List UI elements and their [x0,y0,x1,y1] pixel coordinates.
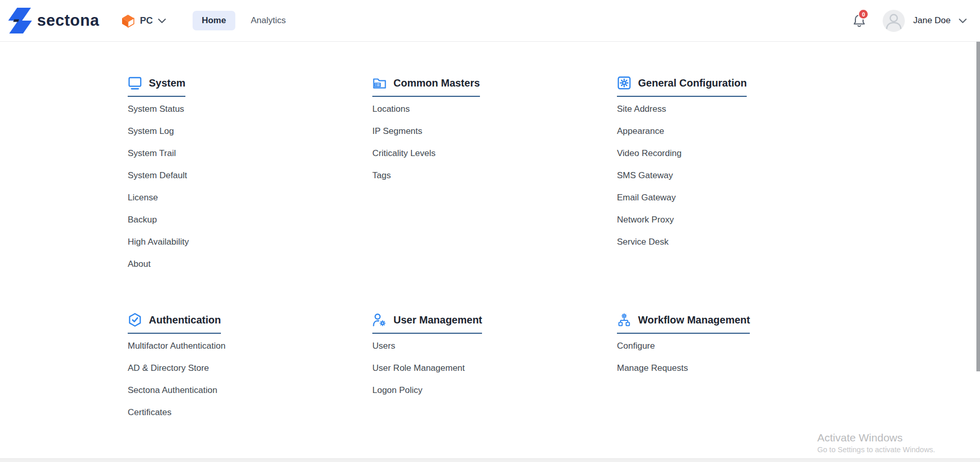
notification-count-badge: 0 [858,9,869,20]
user-name: Jane Doe [913,15,951,26]
section-title: General Configuration [638,77,747,89]
list-item[interactable]: Video Recording [617,142,681,164]
user-menu-chevron[interactable] [959,19,967,23]
cube-icon [121,14,135,28]
list-item[interactable]: Manage Requests [617,357,688,379]
list-folder-icon [372,76,387,90]
horizontal-scrollbar[interactable] [0,458,980,462]
gear-box-icon [617,76,631,90]
section-header: Authentication [128,313,221,334]
settings-section: General Configuration Site AddressAppear… [617,76,862,275]
list-item[interactable]: High Availability [128,231,189,253]
workflow-icon [617,313,631,327]
main-tabs: Home Analytics [193,11,295,30]
avatar[interactable] [883,10,905,32]
section-item-list: LocationsIP SegmentsCriticality LevelsTa… [372,98,617,186]
list-item[interactable]: Network Proxy [617,209,674,231]
section-item-list: Site AddressAppearanceVideo RecordingSMS… [617,98,862,253]
list-item[interactable]: Criticality Levels [372,142,436,164]
section-title: Authentication [149,314,221,326]
user-gear-icon [372,313,387,327]
settings-section: System System StatusSystem LogSystem Tra… [128,76,372,275]
section-item-list: UsersUser Role ManagementLogon Policy [372,335,617,401]
settings-section: Authentication Multifactor Authenticatio… [128,313,372,423]
list-item[interactable]: System Log [128,120,174,142]
section-header: General Configuration [617,76,747,97]
section-title: Common Masters [393,77,480,89]
list-item[interactable]: Logon Policy [372,379,422,401]
section-title: User Management [393,314,482,326]
tab-analytics[interactable]: Analytics [242,11,295,30]
vertical-scrollbar[interactable] [976,42,980,371]
settings-section: User Management UsersUser Role Managemen… [372,313,617,423]
section-item-list: ConfigureManage Requests [617,335,862,379]
navbar-right: 0 Jane Doe [852,10,967,32]
list-item[interactable]: Site Address [617,98,666,120]
sectona-logo[interactable]: sectona [8,8,99,33]
watermark-subtitle: Go to Settings to activate Windows. [817,446,935,454]
watermark-title: Activate Windows [817,432,935,444]
list-item[interactable]: User Role Management [372,357,465,379]
list-item[interactable]: Certificates [128,401,171,423]
workspace-selector[interactable]: PC [121,14,166,28]
list-item[interactable]: Sectona Authentication [128,379,217,401]
list-item[interactable]: Appearance [617,120,664,142]
section-title: System [149,77,185,89]
tab-home[interactable]: Home [193,11,235,30]
list-item[interactable]: Service Desk [617,231,668,253]
notifications-button[interactable]: 0 [852,13,866,28]
monitor-icon [128,76,142,90]
list-item[interactable]: Tags [372,164,391,186]
shield-check-icon [128,313,142,327]
brand-name: sectona [37,11,99,30]
list-item[interactable]: Configure [617,335,655,357]
list-item[interactable]: System Trail [128,142,176,164]
section-header: User Management [372,313,482,334]
list-item[interactable]: Backup [128,209,157,231]
settings-section: Common Masters LocationsIP SegmentsCriti… [372,76,617,275]
list-item[interactable]: AD & Directory Store [128,357,209,379]
lightning-logo-icon [8,8,32,33]
list-item[interactable]: Users [372,335,395,357]
windows-activation-watermark: Activate Windows Go to Settings to activ… [817,432,935,454]
section-item-list: System StatusSystem LogSystem TrailSyste… [128,98,372,275]
section-item-list: Multifactor AuthenticationAD & Directory… [128,335,372,423]
section-title: Workflow Management [638,314,750,326]
top-navbar: sectona PC Home Analytics 0 [0,0,980,42]
list-item[interactable]: System Status [128,98,184,120]
section-header: System [128,76,185,97]
section-header: Workflow Management [617,313,750,334]
list-item[interactable]: Multifactor Authentication [128,335,226,357]
list-item[interactable]: Locations [372,98,410,120]
list-item[interactable]: IP Segments [372,120,422,142]
list-item[interactable]: System Default [128,164,187,186]
workspace-label: PC [140,15,153,26]
list-item[interactable]: About [128,253,150,275]
chevron-down-icon [158,19,166,23]
section-header: Common Masters [372,76,480,97]
list-item[interactable]: License [128,186,158,209]
list-item[interactable]: SMS Gateway [617,164,673,186]
settings-section: Workflow Management ConfigureManage Requ… [617,313,862,423]
content-grid: System System StatusSystem LogSystem Tra… [128,76,862,423]
list-item[interactable]: Email Gateway [617,186,676,209]
